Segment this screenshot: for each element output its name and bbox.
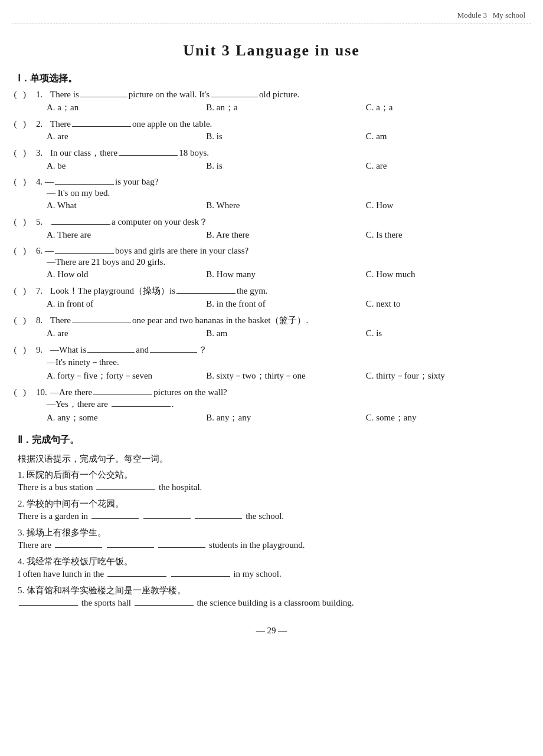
- q2-text2: one apple on the table.: [132, 119, 212, 129]
- question-6: ( ) 6. — boys and girls are there in you…: [0, 246, 543, 280]
- q8-paren-left: (: [10, 315, 21, 326]
- q9-paren-left: (: [10, 345, 21, 355]
- page-number: — 29 —: [0, 626, 543, 647]
- q1-blank1: [80, 97, 127, 97]
- q7-opt-a: A. in front of: [47, 299, 206, 309]
- q9-text1: —What is: [50, 345, 86, 355]
- ii-blank-5-2: [135, 605, 194, 606]
- module-name: My school: [493, 11, 525, 20]
- q10-opt-a: A. any；some: [47, 412, 206, 423]
- q8-opt-b: B. am: [206, 328, 365, 338]
- ii-blank-4-1: [107, 576, 166, 577]
- q8-num: 8.: [36, 315, 50, 326]
- question-2: ( ) 2. There one apple on the table. A. …: [0, 119, 543, 142]
- ii-item-3-chinese: 3. 操场上有很多学生。: [18, 527, 525, 538]
- q6-opt-c: C. How much: [366, 269, 525, 280]
- q5-options: A. There are B. Are there C. Is there: [32, 230, 525, 240]
- ii-item-5: 5. 体育馆和科学实验楼之间是一座教学楼。 the sports hall th…: [0, 585, 543, 608]
- q7-options: A. in front of B. in the front of C. nex…: [32, 299, 525, 309]
- q2-line: ( ) 2. There one apple on the table.: [32, 119, 525, 129]
- q6-paren-right: ): [23, 246, 34, 256]
- q9-num: 9.: [36, 345, 50, 355]
- page-header: Module 3 My school: [0, 0, 543, 20]
- q7-paren-left: (: [10, 286, 21, 296]
- q2-num: 2.: [36, 119, 50, 129]
- q3-blank1: [119, 155, 178, 156]
- ii-item-5-chinese: 5. 体育馆和科学实验楼之间是一座教学楼。: [18, 585, 525, 596]
- q8-blank1: [72, 323, 131, 323]
- q7-blank1: [176, 293, 235, 294]
- q9-paren-right: ): [23, 345, 34, 355]
- q1-opt-a: A. a；an: [47, 102, 206, 113]
- ii-blank-5-1: [19, 605, 78, 606]
- q7-text1: Look！The playground（操场）is: [50, 285, 175, 297]
- q3-paren-right: ): [23, 148, 34, 158]
- q7-opt-c: C. next to: [366, 299, 525, 309]
- q6-sub-answer: —There are 21 boys and 20 girls.: [47, 257, 525, 267]
- q7-line: ( ) 7. Look！The playground（操场）is the gym…: [32, 285, 525, 297]
- ii-item-1: 1. 医院的后面有一个公交站。 There is a bus station t…: [0, 469, 543, 492]
- q5-opt-c: C. Is there: [366, 230, 525, 240]
- q10-options: A. any；some B. any；any C. some；any: [32, 412, 525, 423]
- q9-opt-c: C. thirty－four；sixty: [366, 370, 525, 382]
- page-title: Unit 3 Language in use: [0, 42, 543, 60]
- q9-blank1: [87, 352, 135, 353]
- question-7: ( ) 7. Look！The playground（操场）is the gym…: [0, 285, 543, 309]
- section-ii: Ⅱ．完成句子。 根据汉语提示，完成句子。每空一词。 1. 医院的后面有一个公交站…: [0, 434, 543, 608]
- q3-opt-a: A. be: [47, 161, 206, 171]
- q1-text2: picture on the wall. It's: [129, 90, 210, 100]
- q6-opt-a: A. How old: [47, 269, 206, 280]
- q10-opt-c: C. some；any: [366, 412, 525, 423]
- q9-blank2: [150, 352, 197, 353]
- q10-text1: —Are there: [50, 387, 92, 397]
- q4-opt-a: A. What: [47, 200, 206, 211]
- question-8: ( ) 8. There one pear and two bananas in…: [0, 315, 543, 338]
- q7-text2: the gym.: [237, 286, 268, 296]
- q8-text2: one pear and two bananas in the basket（篮…: [132, 315, 308, 326]
- q8-text1: There: [50, 315, 71, 326]
- q5-paren-right: ): [23, 217, 34, 227]
- ii-item-3: 3. 操场上有很多学生。 There are students in the p…: [0, 527, 543, 550]
- q4-paren-left: (: [10, 177, 21, 187]
- q8-opt-a: A. are: [47, 328, 206, 338]
- q10-text2: pictures on the wall?: [153, 387, 227, 397]
- q6-blank1: [55, 253, 114, 254]
- q1-text3: old picture.: [259, 90, 299, 100]
- q5-text1: a computer on your desk？: [112, 216, 208, 228]
- q10-paren-right: ): [23, 387, 34, 397]
- q3-text1: In our class，there: [50, 147, 117, 159]
- q4-text1: is your bag?: [115, 177, 158, 187]
- q5-line: ( ) 5. a computer on your desk？: [32, 216, 525, 228]
- ii-item-3-english: There are students in the playground.: [18, 540, 525, 550]
- q2-paren-right: ): [23, 119, 34, 129]
- ii-blank-4-2: [171, 576, 230, 577]
- q10-sub-answer: —Yes，there are .: [47, 399, 525, 410]
- q4-line: ( ) 4. — is your bag?: [32, 177, 525, 187]
- q6-paren-left: (: [10, 246, 21, 256]
- q9-text3: ？: [198, 344, 207, 356]
- q10-num: 10.: [36, 387, 50, 397]
- q3-line: ( ) 3. In our class，there 18 boys.: [32, 147, 525, 159]
- question-3: ( ) 3. In our class，there 18 boys. A. be…: [0, 147, 543, 171]
- ii-item-5-english: the sports hall the science building is …: [18, 598, 525, 608]
- ii-blank-3-3: [158, 547, 205, 548]
- q10-blank1: [93, 395, 152, 395]
- question-10: ( ) 10. —Are there pictures on the wall?…: [0, 387, 543, 423]
- q6-options: A. How old B. How many C. How much: [32, 269, 525, 280]
- ii-instruction: 根据汉语提示，完成句子。每空一词。: [0, 451, 543, 469]
- q3-paren-left: (: [10, 148, 21, 158]
- q8-line: ( ) 8. There one pear and two bananas in…: [32, 315, 525, 326]
- q5-num: 5.: [36, 217, 50, 227]
- q5-paren-left: (: [10, 217, 21, 227]
- q1-opt-b: B. an；a: [206, 102, 365, 113]
- ii-item-4-chinese: 4. 我经常在学校饭厅吃午饭。: [18, 556, 525, 567]
- q5-opt-a: A. There are: [47, 230, 206, 240]
- ii-blank-3-2: [107, 547, 154, 548]
- q7-opt-b: B. in the front of: [206, 299, 365, 309]
- q4-opt-c: C. How: [366, 200, 525, 211]
- ii-blank-2-3: [195, 518, 242, 519]
- module-label: Module 3: [457, 11, 487, 20]
- q8-opt-c: C. is: [366, 328, 525, 338]
- q4-options: A. What B. Where C. How: [32, 200, 525, 211]
- q9-line: ( ) 9. —What is and ？: [32, 344, 525, 356]
